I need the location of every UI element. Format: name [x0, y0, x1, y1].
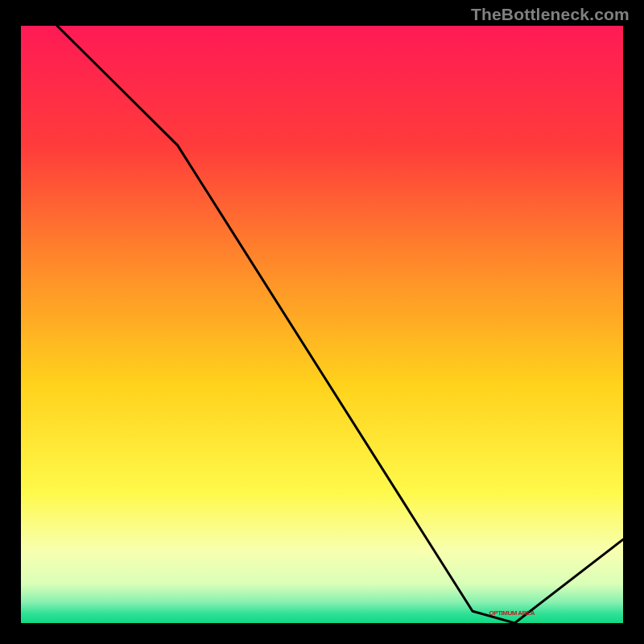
- watermark-attribution: TheBottleneck.com: [471, 5, 630, 24]
- chart-curve: [21, 26, 623, 623]
- chart-plot-area: OPTIMUM AREA: [21, 26, 623, 623]
- optimum-area-label: OPTIMUM AREA: [489, 609, 535, 617]
